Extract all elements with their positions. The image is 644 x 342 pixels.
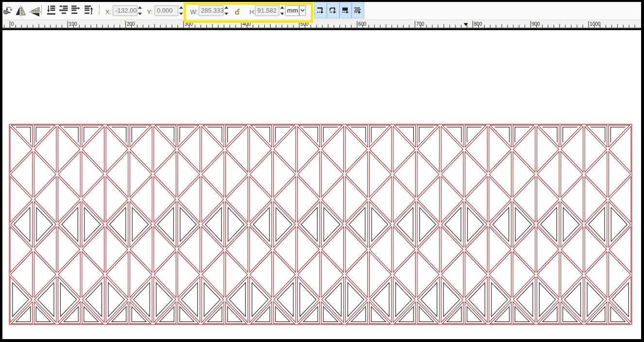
svg-text:900: 900 [532,21,540,26]
svg-text:0: 0 [11,21,14,26]
svg-text:800: 800 [474,21,482,26]
svg-text:600: 600 [358,21,366,26]
svg-text:100: 100 [68,21,77,26]
svg-text:200: 200 [127,21,135,26]
svg-text:1000: 1000 [590,21,601,26]
svg-text:700: 700 [416,21,424,26]
